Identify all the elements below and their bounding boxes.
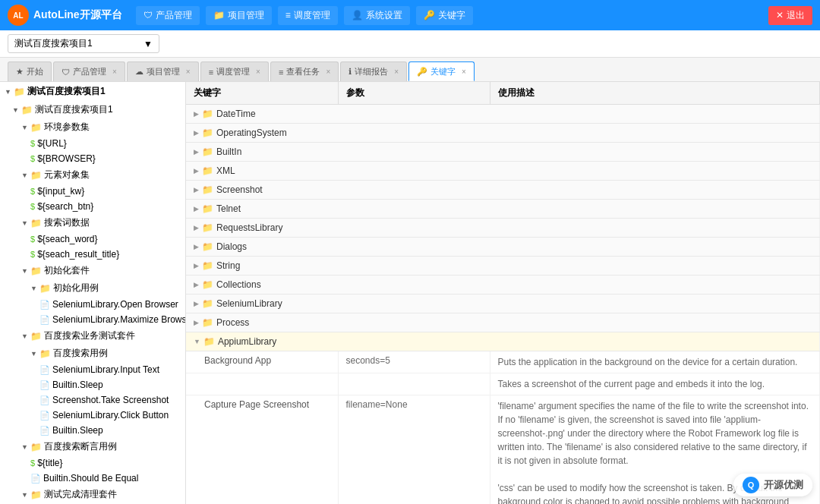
sidebar-item-init-case[interactable]: ▼ 📁 初始化用例	[0, 279, 185, 297]
kw-desc-cell: Puts the application in the background o…	[490, 351, 820, 373]
folder-icon-1: 📁	[21, 105, 33, 115]
tab-project[interactable]: ☁ 项目管理 ×	[127, 61, 199, 81]
tab-report[interactable]: ℹ 详细报告 ×	[340, 61, 407, 81]
group-name: AppiumLibrary	[218, 336, 276, 347]
group-row-xml[interactable]: ▶ 📁 XML	[186, 162, 820, 181]
expand-triangle[interactable]: ▶	[194, 262, 199, 269]
expand-triangle[interactable]: ▶	[194, 243, 199, 250]
expand-triangle[interactable]: ▼	[194, 338, 200, 345]
tab-task[interactable]: ≡ 查看任务 ×	[270, 61, 339, 81]
sidebar-item-env[interactable]: ▼ 📁 环境参数集	[0, 118, 185, 136]
group-name: RequestsLibrary	[216, 222, 282, 233]
tree-root[interactable]: ▼ 📁 测试百度搜索项目1	[0, 82, 185, 101]
kw-name-cell	[186, 373, 338, 395]
tab-product[interactable]: 🛡 产品管理 ×	[53, 61, 125, 81]
sidebar-item-baidu-case[interactable]: ▼ 📁 百度搜索用例	[0, 345, 185, 362]
nav-left: AL AutoLine开源平台 🛡 产品管理 📁 项目管理 ≡ 调度管理 👤 系…	[8, 5, 473, 26]
tab-close-project[interactable]: ×	[186, 68, 191, 76]
tab-start[interactable]: ★ 开始	[8, 61, 52, 81]
sidebar-item-input-kw[interactable]: $ ${input_kw}	[0, 184, 185, 199]
nav-keyword-btn[interactable]: 🔑 关键字	[416, 6, 473, 25]
shield-tab-icon: 🛡	[62, 68, 70, 77]
kw-param-cell: seconds=5	[338, 351, 490, 373]
expand-triangle[interactable]: ▶	[194, 205, 199, 213]
group-row-datetime[interactable]: ▶ 📁 DateTime	[186, 105, 820, 124]
group-row-requestslibrary[interactable]: ▶ 📁 RequestsLibrary	[186, 219, 820, 238]
group-row-operatingsystem[interactable]: ▶ 📁 OperatingSystem	[186, 124, 820, 143]
sidebar-item-open-browser[interactable]: 📄 SeleniumLibrary.Open Browser	[0, 297, 185, 312]
keyword-panel: 关键字 参数 使用描述 ▶ 📁 DateTime ▶ 📁	[186, 82, 820, 504]
group-name: Telnet	[216, 203, 241, 214]
expand-icon-1: ▼	[12, 106, 19, 114]
group-row-builtin[interactable]: ▶ 📁 BuiltIn	[186, 143, 820, 162]
group-row-collections[interactable]: ▶ 📁 Collections	[186, 276, 820, 295]
sidebar-item-screenshot[interactable]: 📄 Screenshot.Take Screenshot	[0, 392, 185, 408]
sidebar-item-search-data[interactable]: ▼ 📁 搜索词数据	[0, 214, 185, 232]
group-cell: ▶ 📁 OperatingSystem	[186, 124, 820, 143]
tab-schedule[interactable]: ≡ 调度管理 ×	[200, 61, 269, 81]
watermark-text: 开源优测	[764, 478, 803, 492]
table-row[interactable]: Background App seconds=5 Puts the applic…	[186, 351, 820, 373]
expand-triangle[interactable]: ▶	[194, 129, 199, 137]
logo: AL AutoLine开源平台	[8, 5, 122, 26]
sidebar-item-sleep2[interactable]: 📄 Builtin.Sleep	[0, 423, 185, 438]
table-row[interactable]: Capture Page Screenshot filename=None 'f…	[186, 395, 820, 505]
sidebar-item-input-text[interactable]: 📄 SeleniumLibrary.Input Text	[0, 362, 185, 377]
group-name: String	[216, 260, 240, 271]
group-folder-icon: 📁	[202, 222, 213, 233]
sidebar-item-title[interactable]: $ ${title}	[0, 455, 185, 471]
sidebar-item-elements[interactable]: ▼ 📁 元素对象集	[0, 166, 185, 184]
expand-triangle[interactable]: ▶	[194, 110, 199, 118]
sidebar-item-browser[interactable]: $ ${BROWSER}	[0, 151, 185, 166]
sidebar-item-baidu[interactable]: ▼ 📁 测试百度搜索项目1	[0, 101, 185, 118]
main-content: ▼ 📁 测试百度搜索项目1 ▼ 📁 测试百度搜索项目1 ▼ 📁 环境参数集 $ …	[0, 82, 820, 504]
nav-settings-btn[interactable]: 👤 系统设置	[344, 6, 410, 25]
sidebar-item-assert-case[interactable]: ▼ 📁 百度搜索断言用例	[0, 438, 185, 455]
sidebar-item-baidu-suite[interactable]: ▼ 📁 百度搜索业务测试套件	[0, 327, 185, 345]
group-row-string[interactable]: ▶ 📁 String	[186, 257, 820, 276]
sidebar-item-maximize[interactable]: 📄 SeleniumLibrary.Maximize Browser Wi...	[0, 312, 185, 327]
group-folder-icon: 📁	[202, 317, 213, 328]
expand-triangle[interactable]: ▶	[194, 319, 199, 326]
tab-keyword[interactable]: 🔑 关键字 ×	[408, 61, 475, 81]
group-row-telnet[interactable]: ▶ 📁 Telnet	[186, 200, 820, 219]
expand-triangle[interactable]: ▶	[194, 224, 199, 232]
project-selector[interactable]: 测试百度搜索项目1 ▼	[8, 34, 159, 53]
logout-button[interactable]: ✕ 退出	[768, 6, 812, 25]
tab-close-product[interactable]: ×	[112, 68, 117, 76]
sidebar-item-seach-result[interactable]: $ ${seach_result_title}	[0, 247, 185, 262]
sidebar-item-should-be-equal[interactable]: 📄 Builtin.Should Be Equal	[0, 471, 185, 486]
sidebar-item-click-btn[interactable]: 📄 SeleniumLibrary.Click Button	[0, 408, 185, 423]
nav-schedule-btn[interactable]: ≡ 调度管理	[278, 6, 338, 25]
group-name: BuiltIn	[216, 146, 241, 157]
tab-close-report[interactable]: ×	[394, 68, 399, 76]
col-keyword: 关键字	[186, 82, 338, 105]
cloud-icon: ☁	[135, 67, 144, 77]
group-row-seleniumlibrary[interactable]: ▶ 📁 SeleniumLibrary	[186, 295, 820, 313]
group-row-appiumlibrary[interactable]: ▼ 📁 AppiumLibrary	[186, 332, 820, 351]
expand-triangle[interactable]: ▶	[194, 300, 199, 307]
group-cell: ▶ 📁 RequestsLibrary	[186, 219, 820, 238]
tab-close-task[interactable]: ×	[326, 68, 330, 76]
group-row-process[interactable]: ▶ 📁 Process	[186, 313, 820, 332]
expand-triangle[interactable]: ▶	[194, 148, 199, 156]
group-row-screenshot[interactable]: ▶ 📁 Screenshot	[186, 181, 820, 200]
group-row-dialogs[interactable]: ▶ 📁 Dialogs	[186, 238, 820, 257]
sidebar-item-cleanup-suite[interactable]: ▼ 📁 测试完成清理套件	[0, 486, 185, 503]
nav-product-btn[interactable]: 🛡 产品管理	[136, 6, 200, 25]
col-params: 参数	[338, 82, 490, 105]
chevron-down-icon: ▼	[144, 39, 153, 49]
expand-triangle[interactable]: ▶	[194, 186, 199, 194]
sidebar-item-search-btn[interactable]: $ ${search_btn}	[0, 199, 185, 214]
group-cell: ▶ 📁 Dialogs	[186, 238, 820, 257]
tab-close-keyword[interactable]: ×	[462, 68, 466, 76]
table-row[interactable]: Takes a screenshot of the current page a…	[186, 373, 820, 395]
sidebar-item-sleep1[interactable]: 📄 Builtin.Sleep	[0, 377, 185, 392]
expand-triangle[interactable]: ▶	[194, 167, 199, 175]
tab-close-schedule[interactable]: ×	[256, 68, 260, 76]
sidebar-item-seach-word[interactable]: $ ${seach_word}	[0, 232, 185, 247]
nav-project-btn[interactable]: 📁 项目管理	[206, 6, 272, 25]
sidebar-item-url[interactable]: $ ${URL}	[0, 136, 185, 151]
expand-triangle[interactable]: ▶	[194, 281, 199, 288]
sidebar-item-init-suite[interactable]: ▼ 📁 初始化套件	[0, 262, 185, 279]
